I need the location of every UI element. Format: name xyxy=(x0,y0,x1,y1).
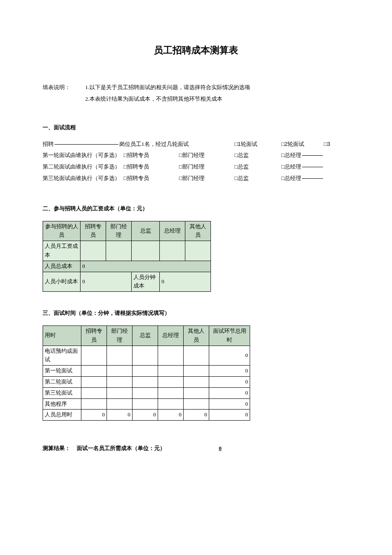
t2-h4: 总经理 xyxy=(160,221,185,241)
t3-row-3-c1[interactable] xyxy=(81,387,107,398)
t3-row-2-c0: 第二轮面试 xyxy=(43,376,81,387)
s1r1-mid: 岗位员工1名，经过几轮面试 xyxy=(119,140,234,149)
t3-row-0-c2[interactable] xyxy=(107,346,133,366)
t3-h1: 招聘专员 xyxy=(81,325,107,346)
checkbox-r1-gm[interactable]: □总经理 xyxy=(281,151,301,160)
checkbox-r1-director[interactable]: □总监 xyxy=(234,151,249,160)
t2-h0: 参与招聘的人员 xyxy=(43,221,81,241)
t3-h6: 面试环节总用时 xyxy=(209,325,250,346)
instructions-label: 填表说明： xyxy=(43,83,85,106)
checkbox-r3-recruiter[interactable]: □招聘专员 xyxy=(124,174,149,183)
t3-h4: 总经理 xyxy=(158,325,184,346)
t3-h0: 用时 xyxy=(43,325,81,346)
result-value: 0 xyxy=(196,444,222,453)
t3-row-3-c6: 0 xyxy=(209,387,250,398)
checkbox-r3-gm[interactable]: □总经理 xyxy=(281,174,301,183)
t2-r1-c4[interactable] xyxy=(160,241,185,261)
t3-row-2-c2[interactable] xyxy=(107,376,133,387)
t3-row-0-c1[interactable] xyxy=(81,346,107,366)
t2-r1-label: 人员月工资成本 xyxy=(43,241,81,261)
t3-row-2-c3[interactable] xyxy=(133,376,158,387)
t3-row-3-c4[interactable] xyxy=(158,387,184,398)
checkbox-3-round[interactable]: □3 xyxy=(324,140,330,149)
s1r3-label: 第二轮面试由谁执行（可多选） xyxy=(43,163,124,171)
t2-r2-val: 0 xyxy=(81,261,211,272)
t3-h3: 总监 xyxy=(133,325,158,346)
t3-row-1-c3[interactable] xyxy=(133,366,158,377)
section-1-header: 一、面试流程 xyxy=(43,123,349,132)
section-2-header: 二、参与招聘人员的工资成本（单位：元） xyxy=(43,204,349,213)
t3-row-3-c2[interactable] xyxy=(107,387,133,398)
t3-row-0-c0: 电话预约或面试 xyxy=(43,346,81,366)
blank-position-input[interactable] xyxy=(55,144,118,145)
blank-r1-other[interactable] xyxy=(302,155,323,156)
section-3-header: 三、面试时间（单位：分钟，请根据实际情况填写） xyxy=(43,309,349,318)
t3-row-5-c3[interactable]: 0 xyxy=(133,410,158,421)
t3-row-4-c4[interactable] xyxy=(158,398,184,410)
t3-row-2-c1[interactable] xyxy=(81,376,107,387)
t3-row-1-c2[interactable] xyxy=(107,366,133,377)
instructions-block: 填表说明： 1.以下是关于员工招聘面试的相关问题，请选择符合实际情况的选项 2.… xyxy=(43,83,349,106)
t3-row-1-c6: 0 xyxy=(209,366,250,377)
t3-row-4-c6: 0 xyxy=(209,398,250,410)
t3-row-2-c4[interactable] xyxy=(158,376,184,387)
s1r4-label: 第三轮面试由谁执行（可多选） xyxy=(43,174,124,183)
t2-h2: 部门经理 xyxy=(106,221,132,241)
instructions-line-2: 2.本表统计结果为面试成本，不含招聘其他环节相关成本 xyxy=(85,95,250,104)
checkbox-r3-director[interactable]: □总监 xyxy=(234,174,249,183)
t3-row-5-c4[interactable]: 0 xyxy=(158,410,184,421)
checkbox-r2-director[interactable]: □总监 xyxy=(234,163,249,171)
t2-r1-c3[interactable] xyxy=(132,241,160,261)
t3-row-0-c6: 0 xyxy=(209,346,250,366)
t3-row-4-c1[interactable] xyxy=(81,398,107,410)
t3-row-3-c0: 第三轮面试 xyxy=(43,387,81,398)
result-text: 面试一名员工所需成本（单位：元） xyxy=(77,444,196,453)
t2-r3a-val: 0 xyxy=(81,272,132,292)
t3-row-3-c3[interactable] xyxy=(133,387,158,398)
result-row: 测算结果： 面试一名员工所需成本（单位：元） 0 xyxy=(43,444,349,453)
t3-row-1-c4[interactable] xyxy=(158,366,184,377)
t3-row-4-c2[interactable] xyxy=(107,398,133,410)
t3-row-4-c0: 其他程序 xyxy=(43,398,81,410)
checkbox-r1-recruiter[interactable]: □招聘专员 xyxy=(124,151,149,160)
section1-row-round1: 第一轮面试由谁执行（可多选） □招聘专员 □部门经理 □总监 □总经理 xyxy=(43,151,349,160)
blank-r2-other[interactable] xyxy=(302,167,323,167)
blank-r3-other[interactable] xyxy=(302,178,323,179)
checkbox-1-round[interactable]: □1轮面试 xyxy=(234,140,257,149)
t3-row-4-c3[interactable] xyxy=(133,398,158,410)
t3-row-5-c2[interactable]: 0 xyxy=(107,410,133,421)
checkbox-r2-recruiter[interactable]: □招聘专员 xyxy=(124,163,149,171)
t3-row-4-c5[interactable] xyxy=(184,398,209,410)
document-title: 员工招聘成本测算表 xyxy=(43,43,349,58)
t3-row-1-c5[interactable] xyxy=(184,366,209,377)
section1-row-position: 招聘 岗位员工1名，经过几轮面试 □1轮面试 □2轮面试 □3 xyxy=(43,140,349,149)
table-salary-cost: 参与招聘的人员 招聘专员 部门经理 总监 总经理 其他人员 人员月工资成本 人员… xyxy=(43,221,211,292)
checkbox-r1-manager[interactable]: □部门经理 xyxy=(179,151,205,160)
t3-row-0-c5[interactable] xyxy=(184,346,209,366)
checkbox-r2-gm[interactable]: □总经理 xyxy=(281,163,301,171)
t2-r3b-label: 人员分钟成本 xyxy=(132,272,160,292)
t2-r1-c1[interactable] xyxy=(81,241,106,261)
t2-r1-c2[interactable] xyxy=(106,241,132,261)
t3-h5: 其他人员 xyxy=(184,325,209,346)
t3-row-3-c5[interactable] xyxy=(184,387,209,398)
t2-h1: 招聘专员 xyxy=(81,221,106,241)
t3-row-2-c6: 0 xyxy=(209,376,250,387)
checkbox-r2-manager[interactable]: □部门经理 xyxy=(179,163,205,171)
t3-row-2-c5[interactable] xyxy=(184,376,209,387)
t2-r1-c5[interactable] xyxy=(185,241,211,261)
checkbox-2-round[interactable]: □2轮面试 xyxy=(281,140,304,149)
t3-row-0-c4[interactable] xyxy=(158,346,184,366)
result-label: 测算结果： xyxy=(43,444,77,453)
t3-row-1-c1[interactable] xyxy=(81,366,107,377)
t3-row-5-c5[interactable]: 0 xyxy=(184,410,209,421)
t3-row-5-c1[interactable]: 0 xyxy=(81,410,107,421)
t3-row-0-c3[interactable] xyxy=(133,346,158,366)
checkbox-r3-manager[interactable]: □部门经理 xyxy=(179,174,205,183)
section1-row-round2: 第二轮面试由谁执行（可多选） □招聘专员 □部门经理 □总监 □总经理 xyxy=(43,163,349,171)
section1-row-round3: 第三轮面试由谁执行（可多选） □招聘专员 □部门经理 □总监 □总经理 xyxy=(43,174,349,183)
instructions-line-1: 1.以下是关于员工招聘面试的相关问题，请选择符合实际情况的选项 xyxy=(85,83,250,92)
t2-r3a-label: 人员小时成本 xyxy=(43,272,81,292)
t3-row-5-c6: 0 xyxy=(209,410,250,421)
t2-r2-label: 人员总成本 xyxy=(43,261,81,272)
